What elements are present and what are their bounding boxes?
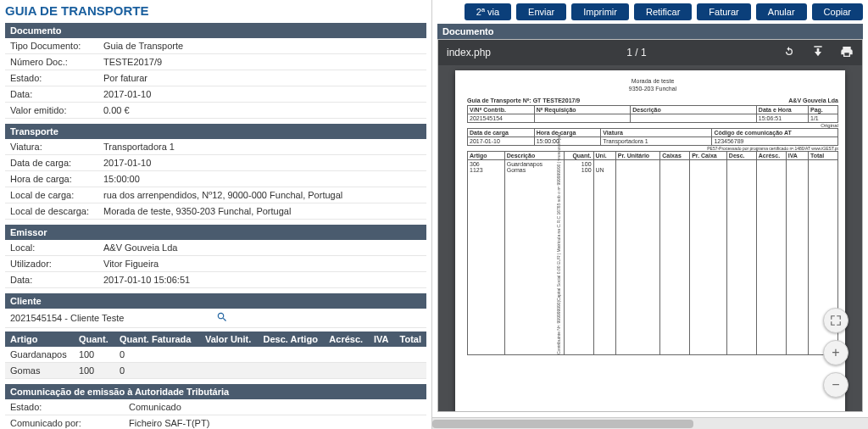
cell: 0 <box>114 363 198 379</box>
label: Data: <box>5 272 98 288</box>
pdf-doc-title: Guia de Transporte Nº: GT TESTE2017/9 <box>467 98 580 103</box>
cell: 100 <box>74 363 114 379</box>
section-header-emissor: Emissor <box>5 225 426 240</box>
label: Viatura: <box>5 139 98 155</box>
col-acresc: Acrésc. <box>323 332 368 347</box>
label: Número Doc.: <box>5 54 98 70</box>
rotate-icon[interactable] <box>782 45 796 61</box>
label: Estado: <box>5 399 124 415</box>
label: Tipo Documento: <box>5 38 98 54</box>
pdf-address: Morada de teste 9350-203 Funchal <box>467 77 838 92</box>
value: 2017-01-10 15:06:51 <box>98 272 426 288</box>
cell: 0 <box>114 347 198 363</box>
section-header-cliente: Cliente <box>5 293 426 309</box>
label: Utilizador: <box>5 256 98 272</box>
value: Por faturar <box>98 70 426 86</box>
value: A&V Gouveia Lda <box>98 240 426 256</box>
label: Data de carga: <box>5 155 98 171</box>
pdf-page-indicator: 1 / 1 <box>626 47 646 58</box>
pdf-toolbar: index.php 1 / 1 <box>438 40 862 65</box>
label: Hora de carga: <box>5 171 98 187</box>
btn-imprimir[interactable]: Imprimir <box>571 3 629 20</box>
zoom-out-icon[interactable]: − <box>823 372 849 398</box>
pdf-page: Contribuinte Nº: 999999990|Capital Socia… <box>455 70 845 411</box>
label: Local de descarga: <box>5 203 98 220</box>
col-iva: IVA <box>368 332 393 347</box>
value: rua dos arrenpendidos, Nº12, 9000-000 Fu… <box>98 187 426 203</box>
left-pane: GUIA DE TRANSPORTE Documento Tipo Docume… <box>0 0 432 429</box>
value: 15:00:00 <box>98 171 426 187</box>
col-quantfat: Quant. Faturada <box>114 332 198 347</box>
pdf-company: A&V Gouveia Lda <box>788 98 838 103</box>
value: Transportadora 1 <box>98 139 426 155</box>
search-icon[interactable] <box>216 311 422 325</box>
label: Estado: <box>5 70 98 86</box>
horizontal-scrollbar[interactable] <box>432 417 868 429</box>
section-header-documento-right: Documento <box>437 24 863 39</box>
value: 2017-01-10 <box>98 86 426 103</box>
value: Vitor Figueira <box>98 256 426 272</box>
transporte-table: Viatura:Transportadora 1 Data de carga:2… <box>5 139 426 220</box>
label: Local: <box>5 240 98 256</box>
top-buttons: 2ª via Enviar Imprimir Retificar Faturar… <box>432 0 868 24</box>
client-row: 2021545154 - Cliente Teste <box>5 309 426 328</box>
cell: Guardanapos <box>5 347 74 363</box>
btn-retificar[interactable]: Retificar <box>634 3 692 20</box>
label: Data: <box>5 86 98 103</box>
label: Local de carga: <box>5 187 98 203</box>
label: Valor emitido: <box>5 103 98 119</box>
table-row[interactable]: Guardanapos 100 0 <box>5 347 426 363</box>
value: 0.00 € <box>98 103 426 119</box>
pdf-body[interactable]: Contribuinte Nº: 999999990|Capital Socia… <box>438 65 862 411</box>
pdf-row1: V/Nº Contrib.Nº RequisiçãoDescriçãoData … <box>467 105 838 123</box>
value: Guia de Transporte <box>98 38 426 54</box>
pdf-row2: Data de cargaHora de cargaViaturaCódigo … <box>467 128 838 146</box>
pdf-items: ArtigoDescriçãoQuant.Uni.Pr. UnitárioCai… <box>467 151 838 355</box>
fit-icon[interactable] <box>823 308 849 333</box>
col-valorunit: Valor Unit. <box>198 332 256 347</box>
value: Comunicado <box>124 399 426 415</box>
value: 2017-01-10 <box>98 155 426 171</box>
col-artigo: Artigo <box>5 332 74 347</box>
btn-enviar[interactable]: Enviar <box>516 3 566 20</box>
value: TESTE2017/9 <box>98 54 426 70</box>
section-header-documento: Documento <box>5 23 426 38</box>
btn-2via[interactable]: 2ª via <box>465 3 511 20</box>
client-value: 2021545154 - Cliente Teste <box>10 313 216 323</box>
pdf-filename: index.php <box>447 47 491 58</box>
section-header-at: Comunicação de emissão à Autoridade Trib… <box>5 384 426 399</box>
zoom-in-icon[interactable]: + <box>823 340 849 365</box>
col-total: Total <box>393 332 426 347</box>
addr-line: Morada de teste <box>467 77 838 85</box>
vertical-cert-text: Contribuinte Nº: 999999990|Capital Socia… <box>556 151 561 354</box>
btn-anular[interactable]: Anular <box>756 3 807 20</box>
at-table: Estado:Comunicado Comunicado por:Ficheir… <box>5 399 426 429</box>
right-pane: 2ª via Enviar Imprimir Retificar Faturar… <box>432 0 868 429</box>
page-title: GUIA DE TRANSPORTE <box>5 3 426 18</box>
addr-line: 9350-203 Funchal <box>467 85 838 92</box>
col-descartigo: Desc. Artigo <box>256 332 323 347</box>
pdf-viewer: index.php 1 / 1 Contribuinte Nº: 9999999… <box>437 39 863 412</box>
emissor-table: Local:A&V Gouveia Lda Utilizador:Vitor F… <box>5 240 426 288</box>
label: Comunicado por: <box>5 415 124 430</box>
col-quant: Quant. <box>74 332 114 347</box>
cell: Gomas <box>5 363 74 379</box>
items-grid: Artigo Quant. Quant. Faturada Valor Unit… <box>5 332 426 379</box>
btn-copiar[interactable]: Copiar <box>812 3 863 20</box>
table-row[interactable]: Gomas 100 0 <box>5 363 426 379</box>
pdf-float-controls: + − <box>823 308 849 398</box>
cell: 100 <box>74 347 114 363</box>
documento-table: Tipo Documento:Guia de Transporte Número… <box>5 38 426 119</box>
download-icon[interactable] <box>811 45 825 61</box>
section-header-transporte: Transporte <box>5 124 426 139</box>
value: Ficheiro SAF-T(PT) <box>124 415 426 430</box>
btn-faturar[interactable]: Faturar <box>697 3 750 20</box>
value: Morada de teste, 9350-203 Funchal, Portu… <box>98 203 426 220</box>
print-icon[interactable] <box>840 45 854 61</box>
